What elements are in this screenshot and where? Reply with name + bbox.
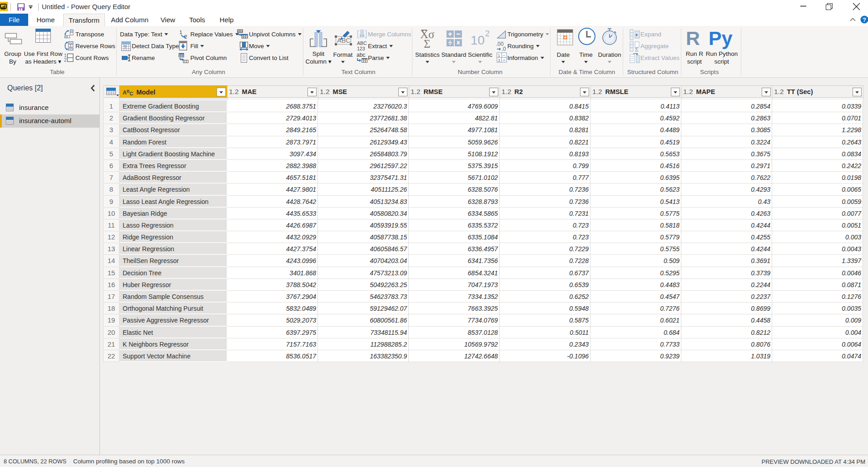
svg-text:.0: .0 — [501, 46, 506, 52]
svg-text:Σ: Σ — [635, 46, 639, 52]
svg-text:?: ? — [863, 16, 866, 23]
svg-text:–: – — [503, 53, 505, 58]
svg-text:1: 1 — [179, 30, 182, 35]
svg-text:3: 3 — [498, 58, 500, 63]
svg-text:2: 2 — [485, 29, 490, 38]
svg-text:1: 1 — [498, 53, 500, 58]
svg-text:ABC: ABC — [337, 37, 351, 44]
svg-text:?: ? — [124, 45, 126, 50]
svg-text:abc: abc — [357, 52, 365, 58]
svg-text:2: 2 — [64, 58, 67, 63]
svg-text:10: 10 — [471, 33, 485, 47]
svg-text:ABC: ABC — [357, 40, 367, 46]
svg-text:Σ: Σ — [424, 38, 431, 48]
svg-text:+: + — [503, 58, 505, 63]
svg-text:123: 123 — [357, 46, 365, 51]
